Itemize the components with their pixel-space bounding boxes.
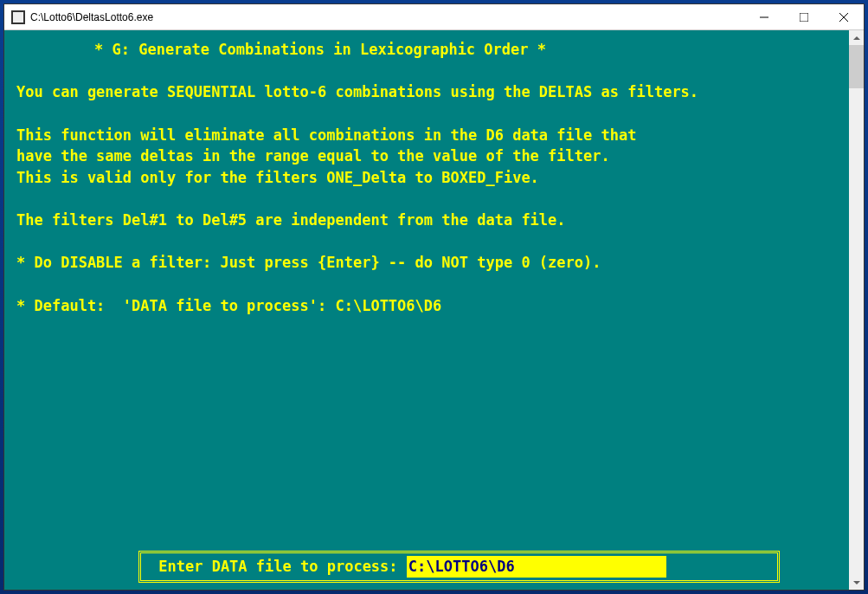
scroll-thumb[interactable] <box>849 45 864 88</box>
svg-marker-5 <box>853 581 860 584</box>
console-output[interactable]: * G: Generate Combinations in Lexicograp… <box>4 30 849 590</box>
input-prompt-label: Enter DATA file to process: <box>150 556 407 578</box>
console-text: You can generate SEQUENTIAL lotto-6 comb… <box>16 81 837 103</box>
console-text: * Do DISABLE a filter: Just press {Enter… <box>16 252 837 274</box>
minimize-button[interactable] <box>744 4 784 29</box>
window-controls <box>744 4 864 29</box>
console-text: The filters Del#1 to Del#5 are independe… <box>16 210 837 231</box>
app-icon <box>11 10 25 24</box>
scroll-up-button[interactable] <box>849 30 864 45</box>
vertical-scrollbar[interactable] <box>849 30 864 590</box>
titlebar[interactable]: C:\Lotto6\DeltasLotto6.exe <box>4 4 864 30</box>
close-button[interactable] <box>824 4 864 29</box>
scroll-down-button[interactable] <box>849 575 864 590</box>
console-text: * Default: 'DATA file to process': C:\LO… <box>16 295 837 317</box>
app-window: C:\Lotto6\DeltasLotto6.exe * G: Generate… <box>3 3 865 591</box>
console-text: This function will eliminate all combina… <box>16 125 837 146</box>
svg-marker-4 <box>853 36 860 40</box>
console-text: This is valid only for the filters ONE_D… <box>16 167 837 189</box>
window-title: C:\Lotto6\DeltasLotto6.exe <box>30 11 744 23</box>
data-file-input[interactable]: C:\LOTTO6\D6 <box>407 556 666 578</box>
input-prompt-box: Enter DATA file to process: C:\LOTTO6\D6 <box>138 551 780 583</box>
svg-rect-1 <box>800 13 808 22</box>
console-text: have the same deltas in the range equal … <box>16 145 837 167</box>
console-header: * G: Generate Combinations in Lexicograp… <box>94 39 837 61</box>
maximize-button[interactable] <box>784 4 824 29</box>
console-area: * G: Generate Combinations in Lexicograp… <box>4 30 864 590</box>
